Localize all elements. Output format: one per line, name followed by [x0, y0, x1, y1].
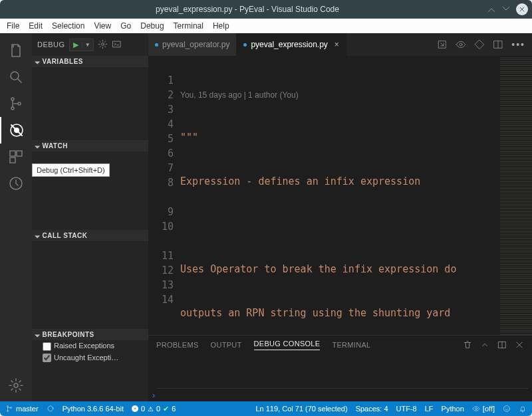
spaces-status[interactable]: Spaces: 4 — [356, 405, 388, 413]
section-variables[interactable]: VARIABLES — [32, 56, 148, 67]
toggle-panel-icon[interactable] — [497, 340, 507, 350]
debug-console-icon[interactable] — [112, 39, 122, 51]
section-watch[interactable]: WATCH — [32, 140, 148, 152]
panel-debug-console[interactable]: DEBUG CONSOLE — [254, 340, 321, 350]
svg-point-20 — [475, 408, 477, 410]
search-icon[interactable] — [0, 64, 32, 90]
svg-rect-7 — [17, 151, 22, 156]
play-icon: ▶ — [70, 39, 82, 51]
debug-config-icon[interactable] — [98, 39, 108, 51]
svg-rect-6 — [10, 151, 15, 156]
feedback-icon[interactable] — [503, 405, 511, 413]
activity-bar: Debug (Ctrl+Shift+D) — [0, 33, 32, 401]
svg-point-10 — [14, 383, 18, 387]
cursor-status[interactable]: Ln 119, Col 71 (70 selected) — [255, 405, 347, 413]
minimap[interactable] — [500, 56, 532, 335]
branch-status[interactable]: master — [5, 405, 39, 413]
panel-problems[interactable]: PROBLEMS — [156, 341, 199, 349]
maximize-icon[interactable] — [501, 5, 511, 14]
bp-uncaught-label: Uncaught Excepti… — [54, 354, 118, 362]
chevron-down-icon[interactable]: ▼ — [82, 42, 93, 48]
svg-point-21 — [504, 406, 510, 412]
bottom-panel: PROBLEMS OUTPUT DEBUG CONSOLE TERMINAL › — [148, 335, 532, 401]
menu-view[interactable]: View — [90, 20, 115, 32]
section-breakpoints[interactable]: BREAKPOINTS — [32, 329, 148, 340]
prompt-icon: › — [152, 391, 155, 400]
more-icon[interactable]: ••• — [511, 39, 525, 50]
variables-body — [32, 67, 148, 140]
tab-operator[interactable]: pyeval_operator.py — [148, 33, 237, 56]
notifications-icon[interactable] — [519, 405, 527, 413]
debug-icon[interactable] — [0, 117, 32, 144]
goto-icon[interactable] — [437, 39, 448, 50]
minimize-icon[interactable] — [487, 5, 496, 14]
sync-icon[interactable] — [47, 405, 55, 413]
changes-icon[interactable] — [474, 39, 485, 50]
liveshare-status[interactable]: [off] — [472, 405, 495, 413]
extensions-icon[interactable] — [0, 144, 32, 170]
debug-sidebar: DEBUG ▶▼ VARIABLES WATCH CALL STACK BREA… — [32, 33, 148, 401]
encoding-status[interactable]: UTF-8 — [396, 405, 417, 413]
close-button[interactable] — [516, 3, 528, 15]
panel-output[interactable]: OUTPUT — [211, 341, 242, 349]
menu-bar: File Edit Selection View Go Debug Termin… — [0, 19, 532, 33]
menu-file[interactable]: File — [3, 20, 23, 32]
codelens[interactable]: You, 15 days ago | 1 author (You) — [180, 88, 500, 101]
bp-raised[interactable]: Raised Exceptions — [32, 340, 148, 352]
svg-point-19 — [11, 407, 12, 409]
bp-uncaught[interactable]: Uncaught Excepti… — [32, 352, 148, 364]
tab-expression[interactable]: pyeval_expression.py× — [237, 33, 346, 56]
eol-status[interactable]: LF — [425, 405, 434, 413]
python-status[interactable]: Python 3.6.6 64-bit — [63, 405, 124, 413]
svg-point-18 — [7, 411, 9, 412]
svg-rect-8 — [10, 157, 15, 163]
files-icon[interactable] — [0, 37, 32, 64]
problems-status[interactable]: ×0 0 ✔6 — [132, 405, 176, 413]
clear-icon[interactable] — [463, 340, 472, 350]
line-gutter: 1 2 3 4 5 6 7 8 9 10 11 12 13 14 — [148, 56, 180, 335]
test-icon[interactable] — [0, 170, 32, 197]
debug-tooltip: Debug (Ctrl+Shift+D) — [32, 163, 110, 177]
svg-point-14 — [460, 43, 462, 46]
tab-operator-label: pyeval_operator.py — [162, 40, 229, 49]
menu-selection[interactable]: Selection — [48, 20, 88, 32]
sidebar-title: DEBUG — [37, 41, 65, 49]
svg-point-11 — [101, 43, 104, 45]
menu-terminal[interactable]: Terminal — [170, 20, 207, 32]
settings-icon[interactable] — [0, 372, 32, 399]
preview-icon[interactable] — [456, 39, 466, 50]
callstack-body — [32, 241, 148, 329]
collapse-icon[interactable] — [480, 340, 489, 350]
menu-go[interactable]: Go — [116, 20, 135, 32]
source-control-icon[interactable] — [0, 90, 32, 117]
tab-expression-label: pyeval_expression.py — [251, 40, 327, 49]
lang-status[interactable]: Python — [442, 405, 464, 413]
window-titlebar: pyeval_expression.py - PyEval - Visual S… — [0, 0, 532, 19]
bp-raised-checkbox[interactable] — [43, 342, 51, 351]
python-dot-icon — [155, 43, 158, 47]
menu-help[interactable]: Help — [209, 20, 233, 32]
menu-edit[interactable]: Edit — [25, 20, 47, 32]
bp-uncaught-checkbox[interactable] — [43, 354, 51, 362]
svg-point-0 — [11, 72, 19, 80]
python-dot-icon — [243, 43, 247, 47]
debug-console-input[interactable] — [158, 388, 528, 400]
bp-raised-label: Raised Exceptions — [54, 342, 114, 350]
svg-rect-12 — [112, 41, 120, 47]
svg-point-17 — [7, 406, 9, 407]
close-tab-icon[interactable]: × — [334, 40, 339, 49]
code-body[interactable]: You, 15 days ago | 1 author (You) """ Ex… — [180, 56, 500, 335]
split-icon[interactable] — [493, 39, 503, 50]
panel-terminal[interactable]: TERMINAL — [332, 341, 370, 349]
editor-tabbar: pyeval_operator.py pyeval_expression.py×… — [148, 33, 532, 56]
svg-point-5 — [14, 128, 19, 133]
close-panel-icon[interactable] — [515, 340, 524, 350]
window-title: pyeval_expression.py - PyEval - Visual S… — [8, 5, 487, 14]
menu-debug[interactable]: Debug — [136, 20, 168, 32]
section-callstack[interactable]: CALL STACK — [32, 230, 148, 241]
start-debug-button[interactable]: ▶▼ — [69, 39, 94, 51]
status-bar: master Python 3.6.6 64-bit ×0 0 ✔6 Ln 11… — [0, 401, 532, 416]
code-editor[interactable]: 1 2 3 4 5 6 7 8 9 10 11 12 13 14 — [148, 56, 532, 335]
